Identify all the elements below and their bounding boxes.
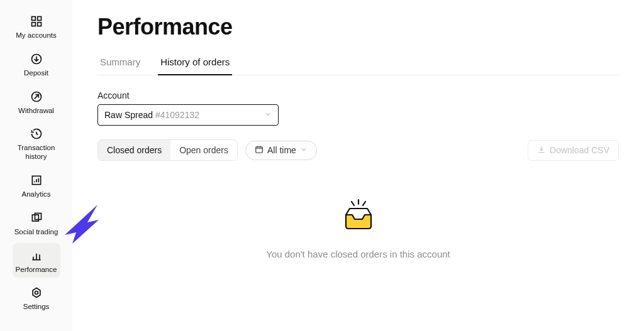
- tab-summary[interactable]: Summary: [97, 52, 143, 75]
- account-select-value: Raw Spread #41092132: [104, 110, 199, 120]
- sidebar-item-label: My accounts: [16, 31, 57, 40]
- sidebar-item-label: Settings: [23, 303, 50, 312]
- open-orders-button[interactable]: Open orders: [170, 140, 237, 160]
- time-range-button[interactable]: All time: [245, 141, 317, 160]
- svg-rect-11: [256, 146, 263, 152]
- time-range-label: All time: [267, 145, 296, 155]
- social-trading-icon: [30, 211, 43, 225]
- sidebar-item-analytics[interactable]: Analytics: [13, 168, 60, 203]
- page-title: Performance: [97, 14, 619, 40]
- main-content: Performance Summary History of orders Ac…: [72, 0, 644, 331]
- chevron-down-icon: [300, 145, 308, 155]
- svg-marker-9: [33, 288, 40, 298]
- svg-line-13: [352, 202, 354, 205]
- sidebar-item-label: Performance: [16, 266, 57, 274]
- order-type-segmented: Closed orders Open orders: [97, 139, 238, 161]
- account-label: Account: [97, 90, 619, 100]
- sidebar-item-settings[interactable]: Settings: [13, 280, 60, 315]
- empty-state: You don't have closed orders in this acc…: [97, 198, 619, 259]
- account-select[interactable]: Raw Spread #41092132: [97, 104, 279, 126]
- empty-message: You don't have closed orders in this acc…: [266, 249, 450, 259]
- empty-tray-icon: [341, 198, 376, 236]
- sidebar-item-my-accounts[interactable]: My accounts: [13, 9, 60, 44]
- sidebar-item-label: Social trading: [14, 228, 58, 237]
- deposit-icon: [30, 52, 43, 66]
- closed-orders-button[interactable]: Closed orders: [98, 140, 170, 160]
- svg-point-10: [35, 291, 38, 295]
- sidebar-item-transaction-history[interactable]: Transaction history: [13, 121, 60, 165]
- accounts-icon: [30, 14, 43, 28]
- svg-rect-3: [37, 23, 41, 26]
- svg-rect-1: [37, 17, 41, 21]
- svg-rect-2: [31, 23, 35, 26]
- download-csv-label: Download CSV: [550, 145, 609, 155]
- history-icon: [30, 127, 43, 141]
- sidebar-item-label: Transaction history: [13, 144, 60, 161]
- download-csv-button[interactable]: Download CSV: [528, 140, 619, 161]
- chevron-down-icon: [264, 110, 272, 120]
- sidebar-item-label: Deposit: [24, 69, 48, 78]
- calendar-icon: [255, 145, 264, 156]
- sidebar-item-withdrawal[interactable]: Withdrawal: [13, 84, 60, 119]
- withdrawal-icon: [30, 90, 43, 104]
- sidebar-item-label: Withdrawal: [18, 107, 54, 116]
- download-icon: [537, 145, 546, 156]
- sidebar-item-social-trading[interactable]: Social trading: [13, 205, 60, 241]
- svg-line-14: [363, 202, 365, 205]
- sidebar-item-label: Analytics: [21, 190, 50, 199]
- performance-icon: [30, 249, 43, 263]
- sidebar-item-performance[interactable]: Performance: [13, 243, 60, 278]
- tab-history-of-orders[interactable]: History of orders: [158, 52, 232, 75]
- sidebar-item-deposit[interactable]: Deposit: [13, 46, 60, 82]
- svg-rect-0: [31, 17, 35, 21]
- settings-icon: [30, 286, 43, 300]
- sidebar: My accounts Deposit Withdrawal Transacti…: [0, 0, 72, 331]
- filter-row: Closed orders Open orders All time Downl…: [97, 139, 619, 161]
- tabs: Summary History of orders: [97, 52, 619, 75]
- account-field: Account Raw Spread #41092132: [97, 90, 619, 126]
- analytics-icon: [30, 173, 43, 187]
